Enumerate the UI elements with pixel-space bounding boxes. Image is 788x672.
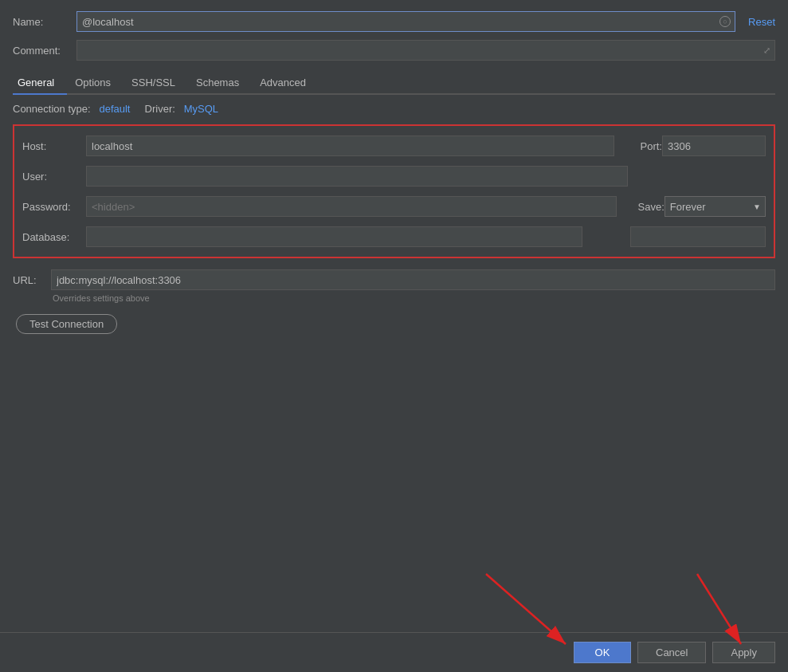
tab-sshssl[interactable]: SSH/SSL [127, 72, 188, 93]
comment-label: Comment: [13, 45, 76, 57]
tab-options[interactable]: Options [70, 72, 123, 93]
driver-value[interactable]: MySQL [184, 103, 218, 115]
port-label: Port: [622, 140, 662, 152]
conn-type-line: Connection type: default Driver: MySQL [13, 103, 775, 115]
conn-type-value[interactable]: default [99, 103, 130, 115]
user-input[interactable] [86, 166, 628, 187]
password-row: Password: Save: Forever Until restart Ne… [22, 196, 766, 217]
name-label: Name: [13, 16, 76, 28]
tab-advanced[interactable]: Advanced [255, 72, 319, 93]
conn-type-label: Connection type: [13, 103, 91, 115]
connection-section: Host: Port: User: Password: Save: Foreve… [13, 124, 775, 258]
port-input[interactable] [662, 136, 766, 156]
user-row: User: [22, 166, 766, 187]
save-select-wrapper: Forever Until restart Never ▼ [665, 196, 766, 217]
apply-button[interactable]: Apply [712, 642, 775, 663]
expand-icon[interactable]: ⤢ [763, 45, 770, 56]
host-input[interactable] [86, 136, 614, 156]
password-input[interactable] [86, 196, 617, 217]
host-label: Host: [22, 140, 86, 152]
database-right-placeholder [630, 226, 766, 247]
save-select[interactable]: Forever Until restart Never [665, 196, 766, 217]
name-input-wrapper: ○ [76, 11, 735, 32]
name-row: Name: ○ Reset [13, 11, 775, 32]
comment-row: Comment: ⤢ [13, 40, 775, 61]
host-row: Host: Port: [22, 136, 766, 156]
database-row: Database: [22, 226, 766, 247]
password-label: Password: [22, 201, 86, 213]
comment-input-wrapper: ⤢ [76, 40, 775, 61]
tab-general[interactable]: General [13, 72, 67, 93]
url-label: URL: [13, 274, 51, 286]
reset-link[interactable]: Reset [748, 16, 775, 28]
name-input[interactable] [76, 11, 735, 32]
clear-name-icon[interactable]: ○ [719, 16, 731, 27]
url-hint: Overrides settings above [53, 293, 775, 303]
database-label: Database: [22, 231, 86, 243]
arrows-overlay [0, 0, 788, 672]
url-row: URL: [13, 269, 775, 290]
tab-schemas[interactable]: Schemas [191, 72, 252, 93]
database-input[interactable] [86, 226, 582, 247]
user-label: User: [22, 171, 86, 183]
ok-button[interactable]: OK [574, 642, 631, 663]
driver-label: Driver: [145, 103, 175, 115]
bottom-buttons-area: OK Cancel Apply [0, 632, 788, 672]
comment-input[interactable] [76, 40, 775, 61]
connection-dialog: Name: ○ Reset Comment: ⤢ General Options… [0, 0, 788, 672]
save-label: Save: [625, 201, 665, 213]
cancel-button[interactable]: Cancel [637, 642, 706, 663]
test-connection-button[interactable]: Test Connection [16, 314, 117, 334]
url-input[interactable] [51, 269, 775, 290]
tabs-bar: General Options SSH/SSL Schemas Advanced [13, 72, 775, 95]
